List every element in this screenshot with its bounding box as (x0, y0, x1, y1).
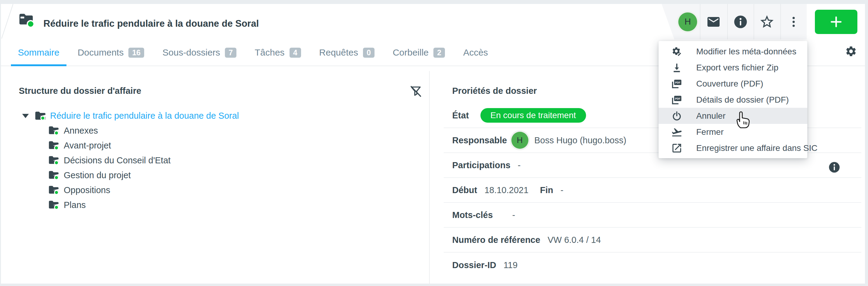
gear-icon (845, 45, 857, 57)
tree-item-label: Plans (64, 200, 86, 210)
property-label: Mots-clés (452, 210, 493, 220)
menu-item-label: Détails de dossier (PDF) (696, 95, 789, 105)
menu-item-enregistrer-sic[interactable]: Enregistrer une affaire dans SIC (659, 140, 807, 156)
participations-info-button[interactable] (828, 161, 841, 174)
status-dot (54, 145, 59, 150)
tree-item-label: Avant-projet (64, 141, 111, 151)
tab-requetes[interactable]: Requêtes 0 (312, 39, 381, 65)
mail-button[interactable] (700, 4, 727, 39)
open-folder-icon (48, 155, 60, 166)
flight-land-icon (671, 126, 683, 138)
tab-documents[interactable]: Documents 16 (71, 39, 151, 65)
property-row-mots-cles: Mots-clés - (444, 203, 861, 228)
filter-off-button[interactable] (409, 84, 423, 98)
tree-item[interactable]: Gestion du projet (1, 168, 426, 183)
tree-item[interactable]: Oppositions (1, 183, 426, 198)
pdf-icon: PDF (671, 78, 683, 90)
gear-edit-icon (671, 46, 683, 58)
svg-text:PDF: PDF (675, 81, 680, 84)
open-folder-icon (48, 125, 60, 136)
property-value: 119 (503, 260, 518, 270)
status-dot (54, 131, 59, 135)
tree-item-label: Oppositions (64, 185, 110, 195)
more-vert-icon (787, 15, 800, 29)
avatar-initial: H (678, 12, 697, 31)
property-label: Numéro de référence (452, 235, 540, 245)
add-button[interactable] (815, 10, 857, 34)
tab-taches[interactable]: Tâches 4 (248, 39, 308, 65)
status-dot (54, 190, 59, 195)
header-diagonal-decoration (1, 4, 13, 39)
property-label: Participations (452, 160, 510, 170)
open-folder-icon (48, 185, 60, 196)
property-label: Dossier-ID (452, 260, 496, 270)
property-value: 18.10.2021 (485, 185, 528, 195)
main-window: Réduire le trafic pendulaire à la douane… (1, 4, 865, 284)
responsable-avatar: H (512, 132, 528, 149)
settings-button[interactable] (845, 45, 857, 57)
open-folder-icon (48, 140, 60, 151)
tree-item-label: Décisions du Conseil d'Etat (64, 155, 170, 166)
folder-tree: Réduire le trafic pendulaire à la douane… (1, 108, 426, 212)
property-row-debut-fin: Début 18.10.2021 Fin - (444, 178, 861, 203)
property-label: État (452, 111, 469, 120)
external-link-icon (671, 142, 683, 154)
context-menu: Modifier les méta-données Export vers fi… (659, 41, 807, 158)
status-dot (40, 116, 45, 120)
property-value: - (561, 185, 564, 195)
tab-corbeille[interactable]: Corbeille 2 (386, 39, 452, 65)
active-tab-underline (11, 64, 66, 66)
tab-label: Documents (78, 47, 124, 58)
menu-item-modifier-meta-donnees[interactable]: Modifier les méta-données (659, 44, 807, 59)
tab-sous-dossiers[interactable]: Sous-dossiers 7 (155, 39, 243, 65)
status-dot (54, 205, 59, 210)
property-row-dossier-id: Dossier-ID 119 (444, 253, 861, 278)
pdf-icon: PDF (671, 94, 683, 106)
info-icon (828, 161, 841, 174)
open-folder-icon (48, 170, 60, 181)
menu-item-label: Export vers fichier Zip (696, 63, 778, 73)
tree-root-item[interactable]: Réduire le trafic pendulaire à la douane… (1, 108, 426, 123)
tab-label: Corbeille (393, 47, 429, 58)
tab-label: Sommaire (18, 47, 60, 58)
tab-label: Tâches (255, 47, 284, 58)
tab-label: Requêtes (319, 47, 358, 58)
download-icon (671, 62, 683, 74)
more-menu-button[interactable] (780, 4, 807, 39)
info-button[interactable] (727, 4, 753, 39)
mail-icon (706, 15, 721, 29)
tab-count-badge: 0 (363, 48, 374, 58)
menu-item-details-dossier-pdf[interactable]: PDF Détails de dossier (PDF) (659, 92, 807, 108)
property-row-reference: Numéro de référence VW 6.0.4 / 14 (444, 228, 861, 253)
menu-item-fermer[interactable]: Fermer (659, 124, 807, 140)
tab-sommaire[interactable]: Sommaire (11, 39, 66, 65)
tree-item[interactable]: Annexes (1, 123, 426, 138)
menu-item-label: Fermer (696, 127, 723, 137)
tree-item[interactable]: Plans (1, 198, 426, 212)
menu-item-export-zip[interactable]: Export vers fichier Zip (659, 59, 807, 76)
property-value: VW 6.0.4 / 14 (548, 235, 601, 245)
tab-acces[interactable]: Accès (456, 39, 495, 65)
tree-item[interactable]: Avant-projet (1, 138, 426, 153)
star-icon (759, 14, 775, 30)
dossier-folder-icon (18, 12, 36, 31)
power-icon (671, 110, 683, 122)
chevron-down-icon[interactable] (22, 114, 29, 118)
user-avatar[interactable]: H (676, 4, 700, 39)
tree-item[interactable]: Décisions du Conseil d'Etat (1, 153, 426, 168)
property-value: - (512, 210, 515, 220)
status-dot (27, 20, 35, 28)
info-icon (733, 14, 748, 29)
svg-text:PDF: PDF (675, 97, 680, 100)
tab-count-badge: 4 (289, 48, 301, 58)
status-dot (54, 175, 59, 180)
header-toolbar: H (662, 4, 865, 39)
filter-off-icon (409, 84, 423, 98)
menu-item-annuler[interactable]: Annuler (659, 108, 807, 124)
menu-item-label: Enregistrer une affaire dans SIC (696, 143, 817, 153)
property-label: Début (452, 185, 477, 195)
open-folder-icon (34, 111, 46, 121)
favorite-button[interactable] (753, 4, 780, 39)
menu-item-couverture-pdf[interactable]: PDF Couverture (PDF) (659, 76, 807, 92)
tree-item-label: Annexes (64, 126, 98, 136)
